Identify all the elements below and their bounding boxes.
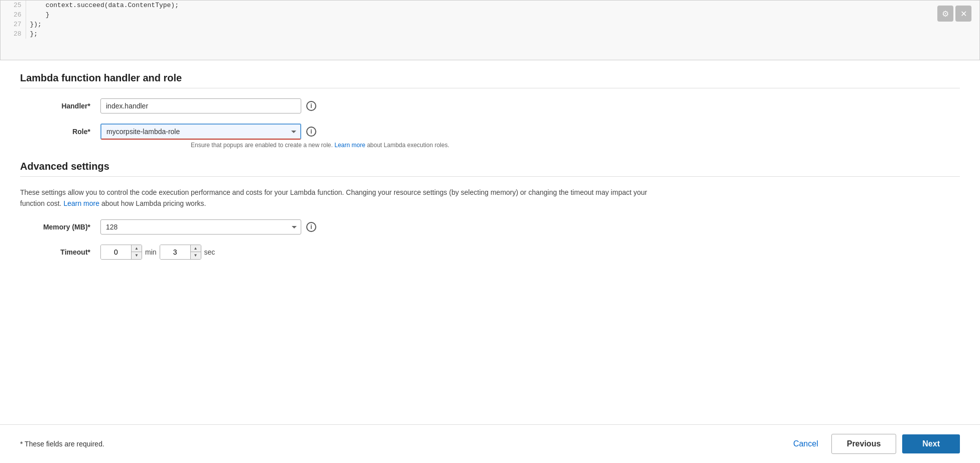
line-content: };	[26, 29, 183, 39]
timeout-min-up[interactable]: ▲	[132, 245, 142, 252]
timeout-sec-unit: sec	[204, 248, 215, 256]
required-note: * These fields are required.	[20, 440, 104, 448]
role-hint: Ensure that popups are enabled to create…	[191, 142, 449, 149]
memory-select[interactable]: 128	[100, 219, 301, 235]
advanced-section-title: Advanced settings	[20, 161, 960, 172]
line-content: });	[26, 20, 183, 29]
lambda-section-divider	[20, 88, 960, 88]
line-number: 26	[1, 10, 26, 20]
code-editor: 25 context.succeed(data.ContentType); 26…	[0, 0, 980, 60]
form-content: Lambda function handler and role Handler…	[0, 60, 980, 424]
advanced-description: These settings allow you to control the …	[20, 187, 673, 209]
timeout-min-field: ▲ ▼	[100, 245, 142, 260]
timeout-sec-arrows: ▲ ▼	[190, 245, 201, 259]
footer-actions: Cancel Previous Next	[786, 434, 960, 454]
timeout-min-arrows: ▲ ▼	[131, 245, 142, 259]
next-button[interactable]: Next	[902, 434, 960, 453]
timeout-label: Timeout*	[20, 248, 100, 256]
role-select[interactable]: mycorpsite-lambda-role	[100, 124, 301, 140]
previous-button[interactable]: Previous	[831, 434, 897, 454]
code-line: 25 context.succeed(data.ContentType);	[1, 1, 183, 10]
code-line: 27 });	[1, 20, 183, 29]
timeout-row: Timeout* ▲ ▼ min ▲ ▼	[20, 245, 960, 260]
timeout-sec-up[interactable]: ▲	[191, 245, 201, 252]
lambda-section-title: Lambda function handler and role	[20, 72, 960, 84]
page-footer: * These fields are required. Cancel Prev…	[0, 424, 980, 463]
line-number: 28	[1, 29, 26, 39]
advanced-section-divider	[20, 176, 960, 177]
code-table: 25 context.succeed(data.ContentType); 26…	[1, 1, 183, 39]
gear-icon[interactable]: ⚙	[937, 6, 953, 22]
line-content: }	[26, 10, 183, 20]
close-icon[interactable]: ✕	[955, 6, 971, 22]
line-content: context.succeed(data.ContentType);	[26, 1, 183, 10]
code-line: 26 }	[1, 10, 183, 20]
timeout-min-input[interactable]	[101, 245, 131, 259]
page-container: 25 context.succeed(data.ContentType); 26…	[0, 0, 980, 463]
role-row: Role* mycorpsite-lambda-role i Ensure th…	[20, 124, 960, 149]
memory-info-icon[interactable]: i	[306, 222, 316, 232]
memory-row: Memory (MB)* 128 i	[20, 219, 960, 235]
role-label: Role*	[20, 124, 100, 136]
timeout-min-unit: min	[145, 248, 157, 256]
timeout-sec-input[interactable]	[160, 245, 190, 259]
advanced-learn-more-link[interactable]: Learn more	[63, 199, 99, 207]
code-toolbar: ⚙ ✕	[937, 6, 971, 22]
role-select-wrapper: mycorpsite-lambda-role i Ensure that pop…	[100, 124, 449, 149]
role-select-row: mycorpsite-lambda-role i	[100, 124, 449, 140]
timeout-container: ▲ ▼ min ▲ ▼ sec	[100, 245, 215, 260]
role-info-icon[interactable]: i	[306, 127, 316, 137]
memory-label: Memory (MB)*	[20, 223, 100, 231]
lambda-section: Lambda function handler and role Handler…	[20, 72, 960, 149]
timeout-min-down[interactable]: ▼	[132, 252, 142, 259]
handler-row: Handler* i	[20, 98, 960, 113]
line-number: 27	[1, 20, 26, 29]
cancel-button[interactable]: Cancel	[786, 435, 825, 452]
handler-label: Handler*	[20, 102, 100, 110]
code-line: 28 };	[1, 29, 183, 39]
timeout-sec-field: ▲ ▼	[160, 245, 201, 260]
line-number: 25	[1, 1, 26, 10]
handler-info-icon[interactable]: i	[306, 101, 316, 111]
role-hint-link[interactable]: Learn more	[334, 142, 365, 149]
advanced-section: Advanced settings These settings allow y…	[20, 161, 960, 260]
timeout-sec-down[interactable]: ▼	[191, 252, 201, 259]
handler-input[interactable]	[100, 98, 301, 113]
